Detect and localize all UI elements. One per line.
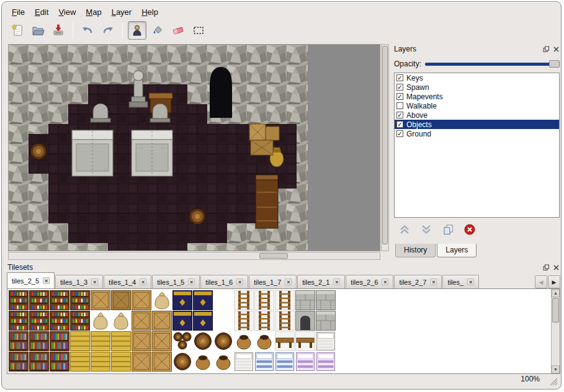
layer-label: Objects [406,120,432,129]
dock-tab-layers[interactable]: Layers [437,244,477,257]
layer-row-spawn[interactable]: ✓Spawn [395,82,559,92]
layer-checkbox[interactable]: ✓ [396,84,403,91]
toolbar-button-save[interactable] [49,21,68,40]
toolbar-button-new-file[interactable] [8,21,27,40]
tileset-tab-tiles_1_7[interactable]: tiles_1_7× [249,275,297,288]
float-icon[interactable] [543,264,550,271]
toolbar-button-undo[interactable] [78,21,97,40]
tab-close-icon[interactable]: × [43,277,50,284]
menu-item-edit[interactable]: Edit [30,6,53,19]
tileset-tab-tiles_1_4[interactable]: tiles_1_4× [104,275,151,288]
toolbar-button-redo[interactable] [99,21,117,40]
tileset-tab-label: tiles_2_6 [351,278,378,286]
tileset-canvas[interactable] [9,290,340,372]
resize-grip[interactable] [550,378,558,386]
new-file-icon [11,24,24,37]
tileset-tab-tiles_2_1[interactable]: tiles_2_1× [297,275,345,288]
layer-row-walkable[interactable]: Walkable [395,101,559,110]
tab-close-icon[interactable]: × [188,278,195,285]
toolbar-button-open-folder[interactable] [29,21,47,40]
layer-checkbox[interactable]: ✓ [396,112,403,118]
tileset-tab-tiles_1_3[interactable]: tiles_1_3× [55,275,103,288]
tab-scroll-left-button[interactable]: ◀ [535,275,547,288]
person-tool-icon [130,24,144,37]
tileset-tab-label: tiles_1_5 [157,278,184,286]
layer-checkbox[interactable] [396,102,403,109]
opacity-slider-track[interactable] [425,63,558,66]
tab-close-icon[interactable]: × [236,278,243,285]
menu-item-file[interactable]: File [7,6,30,19]
layer-label: Above [406,111,427,120]
tab-close-icon[interactable]: × [285,278,292,285]
duplicate-layer-button[interactable] [441,223,455,236]
tilesets-dock-header: Tilesets [6,262,562,272]
app-window: FileEditViewMapLayerHelp [1,1,562,390]
menu-item-map[interactable]: Map [81,6,106,19]
delete-layer-button[interactable] [463,223,477,236]
tileset-tab-label: tiles_2_7 [399,278,426,286]
layer-checkbox[interactable]: ✓ [396,121,403,128]
layers-dock-header: Layers [392,44,562,54]
close-icon[interactable] [553,264,560,271]
layer-row-above[interactable]: ✓Above [395,110,559,120]
menu-item-help[interactable]: Help [137,6,163,19]
layer-row-objects[interactable]: ✓Objects [395,120,559,129]
layer-row-mapevents[interactable]: ✓Mapevents [395,92,559,101]
delete-icon [463,223,476,236]
tileset-tab-label: tiles_1_6 [205,278,233,286]
eraser-tool-icon [171,24,185,37]
zoom-level: 100% [521,375,540,383]
tileset-vscroll-thumb[interactable] [552,298,559,323]
menu-item-layer[interactable]: Layer [107,6,137,19]
tileset-tab-tiles_2_6[interactable]: tiles_2_6× [346,275,393,288]
dock-tab-history[interactable]: History [395,244,436,257]
map-horizontal-scrollbar[interactable] [8,252,380,260]
scroll-up-button[interactable]: ▲ [552,289,560,297]
tileset-tab-tiles_1_5[interactable]: tiles_1_5× [152,275,200,288]
toolbar-button-rect-select-tool[interactable] [189,21,208,40]
opacity-slider[interactable] [425,60,560,68]
opacity-row: Opacity: [394,59,560,69]
tab-close-icon[interactable]: × [333,278,340,285]
tileset-tab-tiles_1_6[interactable]: tiles_1_6× [200,275,248,288]
tab-close-icon[interactable]: × [91,278,98,285]
tab-close-icon[interactable]: × [467,278,474,285]
map-vscroll-thumb[interactable] [382,46,388,244]
menu-item-view[interactable]: View [53,6,81,19]
layer-checkbox[interactable]: ✓ [396,74,403,81]
float-icon[interactable] [543,46,550,53]
layers-dock: Layers Opacity: ✓Keys✓Spawn✓MapeventsWal… [392,44,562,257]
close-icon[interactable] [553,46,560,53]
layer-checkbox[interactable]: ✓ [396,130,403,137]
toolbar-button-eraser-tool[interactable] [169,21,187,40]
toolbar-button-fill-tool[interactable] [148,21,167,40]
tab-close-icon[interactable]: × [140,278,146,285]
tileset-tab-tiles_2_7[interactable]: tiles_2_7× [394,275,442,288]
layers-dock-tabs: HistoryLayers [395,244,478,257]
toolbar-button-person-tool[interactable] [128,21,146,40]
tileset-tab-label: tiles_1_3 [60,278,87,286]
tileset-tab-tiles[interactable]: tiles_× [442,275,479,288]
layer-row-keys[interactable]: ✓Keys [395,73,559,82]
tileset-content: ▲ ▼ [7,288,560,374]
tileset-vertical-scrollbar[interactable]: ▲ ▼ [551,289,560,373]
tab-close-icon[interactable]: × [382,278,388,285]
tab-close-icon[interactable]: × [430,278,437,285]
layer-checkbox[interactable]: ✓ [396,93,403,100]
scroll-down-button[interactable]: ▼ [552,365,560,373]
opacity-slider-handle[interactable] [549,60,560,68]
tileset-tab-tiles_2_5[interactable]: tiles_2_5× [7,272,55,288]
tab-scroll-right-button[interactable]: ▶ [548,275,560,288]
map-viewport[interactable] [8,44,380,251]
layer-label: Keys [406,74,423,82]
move-layer-up-button[interactable] [398,223,411,236]
map-canvas[interactable] [9,45,308,251]
menu-bar: FileEditViewMapLayerHelp [7,5,163,19]
tilesets-dock: Tilesets tiles_2_5×tiles_1_3×tiles_1_4×t… [6,262,562,375]
map-vertical-scrollbar[interactable] [381,44,389,251]
layer-row-ground[interactable]: ✓Ground [395,129,559,138]
map-hscroll-thumb[interactable] [259,253,288,259]
move-layer-down-button[interactable] [419,223,433,236]
opacity-label: Opacity: [394,60,421,68]
toolbar [8,20,208,41]
